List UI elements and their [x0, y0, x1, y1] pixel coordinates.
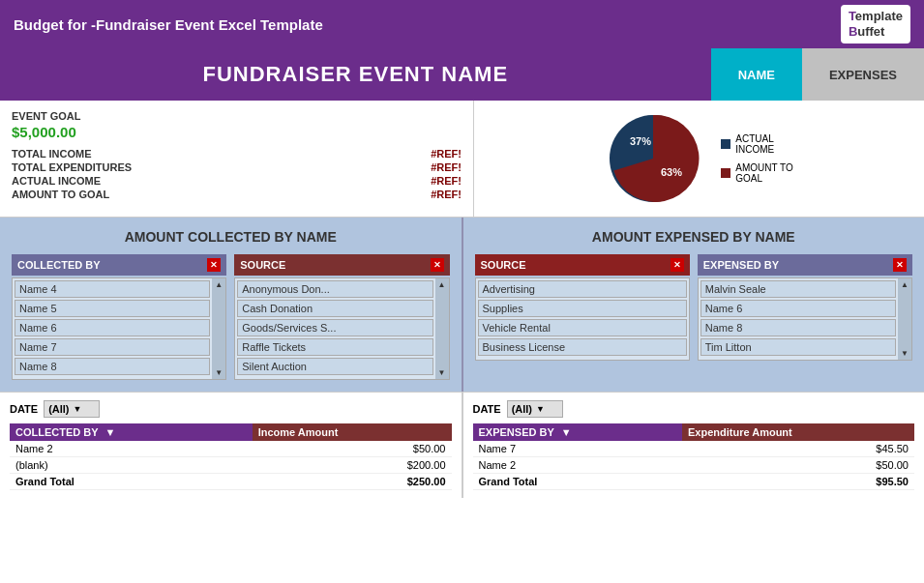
- stat-value: #REF!: [431, 189, 462, 200]
- event-right: 37% 63% ACTUALINCOME AMOUNT TOGOAL: [474, 101, 924, 217]
- table-row: Name 2$50.00: [10, 441, 452, 457]
- source-box: SOURCE ✕ Anonymous Don...Cash DonationGo…: [234, 254, 449, 380]
- logo: Template Buffet: [841, 5, 910, 43]
- collected-filter-icon[interactable]: ✕: [207, 258, 221, 272]
- expensed-by-th-label: EXPENSED BY: [479, 426, 554, 438]
- right-date-dropdown[interactable]: (All) ▼: [507, 400, 563, 418]
- expense-list-area: SOURCE ✕ AdvertisingSuppliesVehicle Rent…: [475, 254, 913, 361]
- list-item[interactable]: Name 4: [15, 280, 210, 298]
- list-item[interactable]: Raffle Tickets: [237, 338, 432, 356]
- table-section: DATE (All) ▼ COLLECTED BY ▼ Income Amoun…: [0, 393, 924, 498]
- left-grand-total-row: Grand Total $250.00: [10, 474, 452, 490]
- source-items[interactable]: Anonymous Don...Cash DonationGoods/Servi…: [234, 277, 449, 380]
- list-item[interactable]: Name 8: [700, 319, 896, 336]
- stat-label: AMOUNT TO GOAL: [12, 189, 109, 200]
- right-grand-total-amount: $95.50: [682, 474, 914, 490]
- pie-legend: ACTUALINCOME AMOUNT TOGOAL: [721, 133, 792, 184]
- stat-value: #REF!: [431, 148, 462, 160]
- left-data-table: COLLECTED BY ▼ Income Amount Name 2$50.0…: [10, 423, 452, 490]
- row-name: (blank): [10, 457, 253, 474]
- legend-item-2: AMOUNT TOGOAL: [721, 162, 792, 184]
- expensed-items[interactable]: Malvin SealeName 6Name 8Tim Litton▲▼: [698, 277, 912, 361]
- list-item[interactable]: Name 6: [700, 300, 896, 317]
- collected-items[interactable]: Name 4Name 5Name 6Name 7Name 8▲▼: [12, 277, 226, 380]
- right-filter-row: DATE (All) ▼: [473, 400, 915, 418]
- collected-title: AMOUNT COLLECTED BY NAME: [12, 229, 450, 245]
- expensed-section: AMOUNT EXPENSED BY NAME SOURCE ✕ Adverti…: [463, 218, 925, 392]
- list-item[interactable]: Name 8: [15, 358, 210, 375]
- stat-row: TOTAL INCOME#REF!: [12, 148, 462, 160]
- left-date-dropdown[interactable]: (All) ▼: [44, 400, 100, 418]
- th-collected-by[interactable]: COLLECTED BY ▼: [10, 423, 253, 441]
- stat-label: ACTUAL INCOME: [12, 175, 101, 187]
- legend-dot-1: [721, 139, 730, 149]
- collected-by-th-label: COLLECTED BY: [15, 426, 98, 438]
- expense-source-items[interactable]: AdvertisingSuppliesVehicle RentalBusines…: [475, 277, 690, 361]
- stat-row: TOTAL EXPENDITURES#REF!: [12, 161, 462, 173]
- list-item[interactable]: Malvin Seale: [700, 280, 896, 298]
- name-button[interactable]: NAME: [711, 48, 802, 101]
- list-item[interactable]: Name 7: [15, 338, 210, 356]
- th-expenditure: Expenditure Amount: [682, 423, 914, 441]
- row-amount: $50.00: [682, 457, 914, 474]
- left-date-label: DATE: [10, 403, 38, 415]
- pie-label-37: 37%: [630, 135, 651, 147]
- th-income: Income Amount: [253, 423, 452, 441]
- list-item[interactable]: Name 6: [15, 319, 210, 336]
- stat-value: #REF!: [431, 161, 462, 173]
- table-row: Name 7$45.50: [473, 441, 915, 457]
- expensed-by-box: EXPENSED BY ✕ Malvin SealeName 6Name 8Ti…: [698, 254, 912, 361]
- right-dropdown-arrow: ▼: [536, 404, 545, 414]
- list-item[interactable]: Silent Auction: [237, 358, 432, 375]
- row-name: Name 2: [473, 457, 682, 474]
- list-item[interactable]: Vehicle Rental: [478, 319, 687, 336]
- collected-section: AMOUNT COLLECTED BY NAME COLLECTED BY ✕ …: [0, 218, 463, 392]
- collected-by-header: COLLECTED BY ✕: [12, 254, 226, 276]
- table-row: Name 2$50.00: [473, 457, 915, 474]
- source-filter-icon[interactable]: ✕: [431, 258, 444, 272]
- list-item[interactable]: Tim Litton: [700, 338, 896, 356]
- stat-label: TOTAL EXPENDITURES: [12, 161, 132, 173]
- stat-row: ACTUAL INCOME#REF!: [12, 175, 462, 187]
- left-filter-row: DATE (All) ▼: [10, 400, 452, 418]
- row-name: Name 7: [473, 441, 682, 457]
- list-item[interactable]: Anonymous Don...: [237, 280, 432, 298]
- event-goal-label: EVENT GOAL: [12, 110, 462, 122]
- collected-th-filter[interactable]: ▼: [104, 426, 115, 438]
- th-expensed-by[interactable]: EXPENSED BY ▼: [473, 423, 682, 441]
- list-item[interactable]: Goods/Services S...: [237, 319, 432, 336]
- collected-by-box: COLLECTED BY ✕ Name 4Name 5Name 6Name 7N…: [12, 254, 226, 380]
- app-title: Budget for -Fundraiser Event Excel Templ…: [14, 16, 323, 33]
- expensed-by-header: EXPENSED BY ✕: [698, 254, 912, 276]
- expensed-th-filter[interactable]: ▼: [561, 426, 572, 438]
- collected-list-area: COLLECTED BY ✕ Name 4Name 5Name 6Name 7N…: [12, 254, 450, 380]
- stat-label: TOTAL INCOME: [12, 148, 92, 160]
- list-item[interactable]: Name 5: [15, 300, 210, 317]
- list-item[interactable]: Business License: [478, 338, 687, 356]
- event-left: EVENT GOAL $5,000.00 TOTAL INCOME#REF!TO…: [0, 101, 474, 217]
- header-bar: Budget for -Fundraiser Event Excel Templ…: [0, 0, 924, 48]
- list-item[interactable]: Advertising: [478, 280, 687, 298]
- event-name: FUNDRAISER EVENT NAME: [203, 62, 509, 86]
- legend-label-2: AMOUNT TOGOAL: [735, 162, 792, 184]
- expensed-filter-icon[interactable]: ✕: [893, 258, 907, 272]
- left-grand-total-amount: $250.00: [253, 474, 452, 490]
- list-item[interactable]: Supplies: [478, 300, 687, 317]
- right-grand-total-label: Grand Total: [473, 474, 682, 490]
- expense-source-box: SOURCE ✕ AdvertisingSuppliesVehicle Rent…: [475, 254, 690, 361]
- pie-label-63: 63%: [661, 166, 682, 178]
- event-goal-value: $5,000.00: [12, 124, 462, 140]
- row-amount: $200.00: [253, 457, 452, 474]
- left-date-filter-value: (All): [48, 403, 69, 415]
- right-grand-total-row: Grand Total $95.50: [473, 474, 915, 490]
- expensed-title: AMOUNT EXPENSED BY NAME: [475, 229, 913, 245]
- charts-section: AMOUNT COLLECTED BY NAME COLLECTED BY ✕ …: [0, 218, 924, 393]
- expense-source-filter-icon[interactable]: ✕: [671, 258, 684, 272]
- right-date-filter-value: (All): [512, 403, 532, 415]
- row-amount: $45.50: [682, 441, 914, 457]
- legend-dot-2: [721, 168, 730, 178]
- expense-source-header: SOURCE ✕: [475, 254, 690, 276]
- expenses-button[interactable]: EXPENSES: [802, 48, 924, 101]
- list-item[interactable]: Cash Donation: [237, 300, 432, 317]
- collected-by-label: COLLECTED BY: [17, 259, 101, 271]
